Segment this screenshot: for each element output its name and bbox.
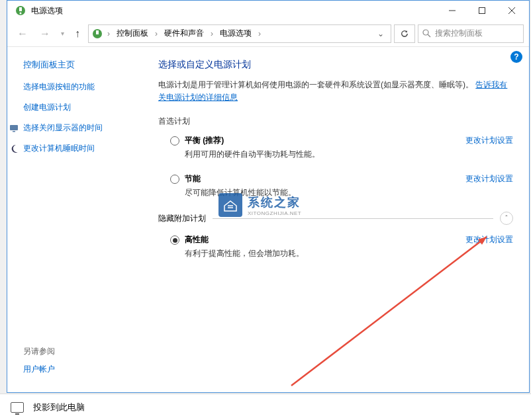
- plan-high-performance: 高性能 有利于提高性能，但会增加功耗。 更改计划设置: [158, 234, 513, 269]
- svg-rect-1: [19, 7, 22, 11]
- plan-power-saver-radio[interactable]: [170, 175, 179, 184]
- plan-high-performance-desc: 有利于提高性能，但会增加功耗。: [185, 248, 465, 259]
- svg-rect-4: [479, 8, 485, 14]
- crumb-sep-icon: ›: [106, 29, 111, 38]
- plan-high-performance-name: 高性能: [185, 234, 465, 245]
- up-button[interactable]: ↑: [70, 26, 85, 42]
- titlebar: 电源选项: [7, 1, 529, 21]
- search-input[interactable]: 搜索控制面板: [418, 24, 524, 43]
- plan-power-saver-settings-link[interactable]: 更改计划设置: [465, 173, 513, 185]
- search-icon: [422, 29, 431, 38]
- taskbar-item[interactable]: 投影到此电脑: [0, 394, 531, 420]
- hidden-plans-label: 隐藏附加计划: [158, 213, 206, 224]
- svg-rect-11: [10, 125, 18, 130]
- crumb-sep-icon: ›: [154, 29, 159, 38]
- location-icon: [91, 28, 103, 40]
- hidden-plans-header: 隐藏附加计划 ˆ: [158, 212, 513, 225]
- main-content: 选择或自定义电源计划 电源计划是用于管理计算机如何使用电源的一套硬件和系统设置(…: [140, 47, 529, 392]
- breadcrumb-1[interactable]: 硬件和声音: [162, 26, 207, 40]
- control-panel-home-link[interactable]: 控制面板主页: [23, 59, 132, 71]
- app-icon: [14, 4, 27, 17]
- plan-balanced-radio[interactable]: [170, 136, 179, 146]
- svg-point-9: [423, 30, 428, 35]
- sidebar: 控制面板主页 选择电源按钮的功能 创建电源计划 选择关闭显示器的时间 更改计算机…: [7, 47, 140, 392]
- address-bar[interactable]: › 控制面板 › 硬件和声音 › 电源选项 › ⌄: [88, 24, 391, 43]
- page-description: 电源计划是用于管理计算机如何使用电源的一套硬件和系统设置(如显示器亮度、睡眠等)…: [158, 79, 513, 104]
- taskbar-label: 投影到此电脑: [33, 401, 85, 413]
- plan-power-saver-desc: 尽可能降低计算机性能以节能。: [185, 187, 465, 198]
- plan-high-performance-settings-link[interactable]: 更改计划设置: [465, 234, 513, 245]
- sidebar-link-create-plan[interactable]: 创建电源计划: [23, 102, 132, 113]
- minimize-button[interactable]: [437, 1, 467, 21]
- breadcrumb-0[interactable]: 控制面板: [114, 26, 151, 40]
- plan-balanced-desc: 利用可用的硬件自动平衡功耗与性能。: [185, 149, 465, 160]
- svg-line-10: [428, 34, 430, 37]
- refresh-button[interactable]: [394, 24, 415, 43]
- svg-point-2: [20, 13, 22, 15]
- maximize-button[interactable]: [467, 1, 497, 21]
- preferred-plans-label: 首选计划: [158, 116, 513, 127]
- monitor-icon: [9, 123, 19, 134]
- plan-power-saver: 节能 尽可能降低计算机性能以节能。 更改计划设置: [158, 173, 513, 208]
- help-button[interactable]: ?: [510, 51, 522, 63]
- svg-rect-8: [96, 30, 99, 34]
- nav-bar: ← → ▾ ↑ › 控制面板 › 硬件和声音 › 电源选项 › ⌄ 搜索控制面板: [7, 21, 529, 47]
- breadcrumb-2[interactable]: 电源选项: [217, 26, 254, 40]
- sidebar-link-sleep-time[interactable]: 更改计算机睡眠时间: [23, 143, 132, 154]
- svg-rect-12: [13, 131, 15, 132]
- crumb-sep-icon: ›: [209, 29, 215, 38]
- plan-power-saver-name: 节能: [185, 173, 465, 185]
- crumb-sep-icon: ›: [257, 29, 262, 38]
- window-title: 电源选项: [31, 5, 437, 17]
- sidebar-link-display-off[interactable]: 选择关闭显示器的时间: [23, 122, 132, 134]
- plan-balanced: 平衡 (推荐) 利用可用的硬件自动平衡功耗与性能。 更改计划设置: [158, 135, 513, 169]
- see-also-label: 另请参阅: [23, 346, 132, 357]
- moon-icon: [9, 144, 19, 154]
- page-title: 选择或自定义电源计划: [158, 59, 513, 71]
- plan-balanced-settings-link[interactable]: 更改计划设置: [465, 135, 513, 146]
- collapse-button[interactable]: ˆ: [500, 212, 513, 225]
- search-placeholder: 搜索控制面板: [435, 28, 483, 39]
- plan-high-performance-radio[interactable]: [170, 235, 179, 245]
- sidebar-link-power-button[interactable]: 选择电源按钮的功能: [23, 81, 132, 93]
- forward-button[interactable]: →: [35, 24, 55, 44]
- recent-dropdown[interactable]: ▾: [58, 24, 67, 44]
- address-dropdown-icon[interactable]: ⌄: [373, 29, 388, 38]
- plan-balanced-name: 平衡 (推荐): [185, 135, 465, 146]
- close-button[interactable]: [497, 1, 526, 21]
- project-icon: [11, 402, 24, 413]
- sidebar-link-user-accounts[interactable]: 用户帐户: [23, 364, 132, 375]
- back-button[interactable]: ←: [13, 24, 32, 44]
